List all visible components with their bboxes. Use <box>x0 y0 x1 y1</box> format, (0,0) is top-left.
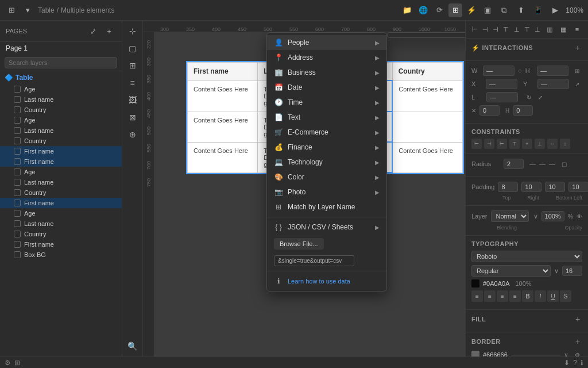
dropdown-text[interactable]: 📄 Text ▶ <box>267 110 386 125</box>
scale-x-input[interactable] <box>479 105 500 116</box>
frame-icon[interactable]: ▣ <box>481 3 494 17</box>
globe-icon[interactable]: 🌐 <box>416 3 430 17</box>
layer-item-age-3[interactable]: Age <box>0 167 122 177</box>
layer-mode-select[interactable]: Normal <box>491 210 529 222</box>
align-top-icon[interactable]: ⊤ <box>523 23 532 36</box>
radius-input[interactable] <box>504 159 524 169</box>
dropdown-date[interactable]: 📅 Date ▶ <box>267 80 386 95</box>
rotate-icon[interactable]: ↻ <box>524 92 534 102</box>
align-center-text-button[interactable]: ≡ <box>484 290 496 302</box>
layer-item-age-2[interactable]: Age <box>0 115 122 125</box>
layer-checkbox[interactable] <box>14 148 21 155</box>
table-group-item[interactable]: 🔷 Table <box>0 71 122 84</box>
dropdown-match-layer[interactable]: ⊞ Match by Layer Name <box>267 200 386 214</box>
search-input[interactable] <box>5 57 117 68</box>
grid-icon[interactable]: ⊞ <box>5 3 18 17</box>
layer-item-lastname-4[interactable]: Last name <box>0 218 122 229</box>
layer-checkbox[interactable] <box>14 220 21 227</box>
layer-checkbox[interactable] <box>14 86 21 93</box>
info-bottom-icon[interactable]: ℹ <box>581 359 583 367</box>
dropdown-color[interactable]: 🎨 Color ▶ <box>267 170 386 185</box>
dropdown-learn[interactable]: ℹ Learn how to use data <box>267 274 386 289</box>
constraint-bottom[interactable]: ⊥ <box>535 139 545 149</box>
layer-checkbox[interactable] <box>14 231 21 237</box>
stack-layout-icon[interactable]: ≡ <box>571 23 583 36</box>
component-tool[interactable]: ⊞ <box>125 57 141 74</box>
dropdown-technology[interactable]: 💻 Technology ▶ <box>267 155 386 170</box>
chevron-down-icon[interactable]: ▾ <box>21 3 34 17</box>
layer-checkbox[interactable] <box>14 127 21 134</box>
layer-checkbox[interactable] <box>14 210 21 217</box>
layer-item-country-1[interactable]: Country <box>0 105 122 115</box>
layer-item-country-4[interactable]: Country <box>0 229 122 239</box>
layer-checkbox[interactable] <box>14 200 21 206</box>
layer-item-country-3[interactable]: Country <box>0 187 122 198</box>
text-color-swatch[interactable] <box>471 279 479 288</box>
csv-input[interactable] <box>274 255 354 266</box>
data-tool[interactable]: ≡ <box>125 75 141 91</box>
layer-checkbox[interactable] <box>14 117 21 124</box>
lock-ratio-icon[interactable]: ⊞ <box>572 66 582 76</box>
layer-checkbox[interactable] <box>14 168 21 175</box>
align-center-h-icon[interactable]: ⊣ <box>481 23 490 36</box>
dropdown-address[interactable]: 📍 Address ▶ <box>267 50 386 65</box>
layer-item-age-1[interactable]: Age <box>0 84 122 94</box>
constraint-center-v[interactable]: + <box>522 139 532 149</box>
width-input[interactable] <box>483 66 514 76</box>
layer-item-lastname-3[interactable]: Last name <box>0 177 122 187</box>
browse-file-button[interactable]: Browse File... <box>274 238 324 250</box>
border-color-swatch[interactable] <box>471 351 479 356</box>
image-tool[interactable]: 🖼 <box>125 92 141 108</box>
dropdown-time[interactable]: 🕐 Time ▶ <box>267 95 386 110</box>
distribute-h-icon[interactable]: ⊤ <box>501 23 510 36</box>
constraint-center-h[interactable]: ⊣ <box>484 139 494 149</box>
layer-item-boxbg[interactable]: Box BG <box>0 250 122 260</box>
constraint-top[interactable]: T <box>509 139 520 149</box>
add-border-button[interactable]: + <box>573 337 582 346</box>
layer-checkbox[interactable] <box>14 137 21 144</box>
y-input[interactable] <box>537 79 569 89</box>
underline-button[interactable]: U <box>547 290 559 302</box>
constraint-scale-h[interactable]: ↔ <box>547 139 558 149</box>
layer-checkbox[interactable] <box>14 96 21 103</box>
dropdown-ecommerce[interactable]: 🛒 E-Commerce ▶ <box>267 125 386 140</box>
export-icon[interactable]: ⬆ <box>514 3 528 17</box>
search-tool[interactable]: 🔍 <box>125 338 141 354</box>
scale-y-input[interactable] <box>513 105 533 116</box>
align-left-text-button[interactable]: ≡ <box>471 290 483 302</box>
font-style-select[interactable]: Regular <box>471 265 551 277</box>
folder-icon[interactable]: 📁 <box>400 3 414 17</box>
align-right-icon[interactable]: ⊣ <box>491 23 500 36</box>
layer-checkbox[interactable] <box>14 251 21 258</box>
device-icon[interactable]: 📱 <box>531 3 545 17</box>
font-family-select[interactable]: Roboto <box>471 251 582 262</box>
layer-item-lastname-2[interactable]: Last name <box>0 125 122 136</box>
opacity-input[interactable] <box>541 211 564 221</box>
constraint-left[interactable]: ⊢ <box>471 139 482 149</box>
layer-checkbox[interactable] <box>14 106 21 113</box>
dropdown-photo[interactable]: 📷 Photo ▶ <box>267 185 386 200</box>
layer-checkbox[interactable] <box>14 179 21 186</box>
layer-checkbox[interactable] <box>14 189 21 196</box>
layer-item-age-4[interactable]: Age <box>0 208 122 218</box>
lightning-icon[interactable]: ⚡ <box>465 3 478 17</box>
align-left-icon[interactable]: ⊢ <box>470 23 479 36</box>
layer-item-firstname-2[interactable]: First name <box>0 156 122 167</box>
border-settings-icon[interactable]: ⚙ <box>572 350 582 356</box>
expand-icon[interactable]: ⤢ <box>86 24 100 38</box>
l-input[interactable] <box>486 92 518 102</box>
padding-right-input[interactable] <box>521 182 541 192</box>
scale-icon[interactable]: ⤢ <box>535 92 546 102</box>
corner-icon[interactable]: ▢ <box>559 159 569 169</box>
padding-top-input[interactable] <box>498 182 518 192</box>
align-bottom-icon[interactable]: ⊥ <box>533 23 542 36</box>
position-icon[interactable]: ↗ <box>572 79 582 89</box>
table-icon[interactable]: ⊞ <box>448 3 462 17</box>
height-input[interactable] <box>537 66 568 76</box>
align-justify-text-button[interactable]: ≡ <box>509 290 521 302</box>
layer-item-firstname-4[interactable]: First name <box>0 239 122 250</box>
settings-icon[interactable]: ⚙ <box>5 359 11 367</box>
dropdown-people[interactable]: 👤 People ▶ <box>267 35 386 50</box>
padding-left-input[interactable] <box>568 182 588 192</box>
dropdown-json-csv[interactable]: { } JSON / CSV / Sheets ▶ <box>267 220 386 235</box>
